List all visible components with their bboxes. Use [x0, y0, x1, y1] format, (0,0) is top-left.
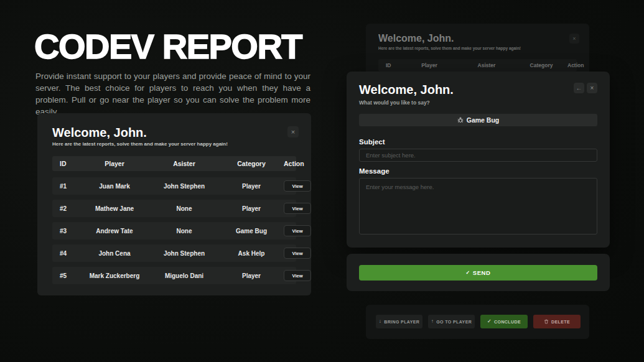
send-button[interactable]: ✓ SEND: [359, 265, 597, 281]
conclude-button[interactable]: ✓ CONCLUDE: [480, 315, 528, 328]
table-row: #4 John Cena John Stephen Ask Help View: [52, 244, 296, 262]
header-id: ID: [52, 160, 80, 167]
arrow-up-icon: ↑: [431, 319, 434, 324]
cell-asister: None: [149, 228, 219, 234]
cell-id: #4: [52, 250, 80, 257]
check-icon: ✓: [487, 319, 492, 324]
delete-label: DELETE: [551, 320, 570, 324]
reports-panel-title: Welcome, John.: [52, 126, 147, 140]
cell-player: Juan Mark: [80, 183, 149, 190]
bring-player-button[interactable]: ↓ BRING PLAYER: [376, 315, 422, 328]
report-action-panel: ↓ BRING PLAYER ↑ GO TO PLAYER ✓ CONCLUDE…: [366, 305, 589, 339]
cell-id: #3: [52, 228, 80, 234]
view-button[interactable]: View: [284, 248, 311, 259]
view-button[interactable]: View: [284, 203, 311, 214]
cell-asister: Miguelo Dani: [149, 272, 219, 279]
cell-category: Player: [219, 205, 284, 212]
close-button[interactable]: ×: [287, 126, 299, 137]
background-table-header-row: ID Player Asister Category Action: [378, 59, 577, 72]
back-arrow-icon: ←: [576, 85, 582, 91]
cell-player: Mark Zuckerberg: [80, 272, 149, 279]
cell-id: #2: [52, 205, 80, 212]
close-icon: ×: [572, 36, 576, 42]
compose-modal-title: Welcome, John.: [359, 83, 454, 97]
go-to-player-label: GO TO PLAYER: [436, 320, 472, 324]
delete-button[interactable]: DELETE: [533, 315, 581, 328]
reports-panel: Welcome, John. Here are the latest repor…: [37, 113, 311, 295]
send-panel: ✓ SEND: [347, 254, 610, 291]
arrow-down-icon: ↓: [379, 319, 381, 324]
category-game-bug-button[interactable]: Game Bug: [359, 114, 597, 126]
header-player: Player: [80, 160, 149, 167]
header-id: ID: [378, 62, 401, 68]
compose-modal-subtitle: What would you like to say?: [359, 100, 430, 106]
trash-icon: [544, 319, 549, 324]
table-header-row: ID Player Asister Category Action: [52, 156, 296, 171]
view-button[interactable]: View: [284, 225, 311, 236]
header-player: Player: [401, 62, 458, 68]
message-textarea[interactable]: [359, 178, 597, 234]
conclude-label: CONCLUDE: [494, 320, 521, 324]
cell-asister: John Stephen: [149, 183, 219, 190]
cell-asister: John Stephen: [149, 250, 219, 257]
header-action: Action: [284, 160, 304, 167]
subject-input[interactable]: [359, 149, 597, 162]
background-panel-subtitle: Here are the latest reports, solve them …: [378, 46, 521, 50]
category-button-label: Game Bug: [467, 116, 500, 124]
compose-modal: Welcome, John. What would you like to sa…: [347, 72, 610, 248]
message-label: Message: [359, 167, 390, 175]
cell-player: John Cena: [80, 250, 149, 257]
cell-player: Andrew Tate: [80, 228, 149, 234]
bring-player-label: BRING PLAYER: [384, 320, 419, 324]
cell-id: #1: [52, 183, 80, 190]
view-button[interactable]: View: [284, 180, 311, 192]
header-asister: Asister: [149, 160, 219, 167]
header-category: Category: [219, 160, 284, 167]
cell-id: #5: [52, 272, 80, 279]
background-panel-title: Welcome, John.: [378, 33, 454, 44]
close-icon: ×: [590, 85, 594, 91]
reports-panel-subtitle: Here are the latest reports, solve them …: [52, 141, 228, 147]
back-button[interactable]: ←: [574, 83, 584, 93]
send-button-label: SEND: [473, 269, 491, 276]
cell-category: Player: [219, 272, 284, 279]
table-row: #5 Mark Zuckerberg Miguelo Dani Player V…: [52, 267, 296, 284]
header-category: Category: [515, 62, 567, 68]
bug-icon: [457, 117, 464, 123]
cell-category: Player: [219, 183, 284, 190]
view-button[interactable]: View: [284, 270, 311, 281]
header-action: Action: [567, 62, 584, 68]
page-title: CODEV REPORT: [34, 27, 302, 66]
go-to-player-button[interactable]: ↑ GO TO PLAYER: [428, 315, 475, 328]
cell-category: Game Bug: [219, 228, 284, 234]
cell-category: Ask Help: [219, 250, 284, 257]
table-row: #1 Juan Mark John Stephen Player View: [52, 177, 296, 195]
table-row: #2 Mathew Jane None Player View: [52, 200, 296, 217]
check-icon: ✓: [465, 271, 470, 276]
page-description: Provide instant support to your players …: [35, 70, 310, 118]
cell-player: Mathew Jane: [80, 205, 149, 212]
close-button[interactable]: ×: [569, 34, 579, 44]
close-icon: ×: [291, 129, 295, 136]
cell-asister: None: [149, 205, 219, 212]
subject-label: Subject: [359, 138, 385, 146]
table-row: #3 Andrew Tate None Game Bug View: [52, 222, 296, 239]
background-reports-panel: Welcome, John. Here are the latest repor…: [366, 24, 589, 76]
close-button[interactable]: ×: [587, 83, 597, 93]
header-asister: Asister: [458, 62, 515, 68]
